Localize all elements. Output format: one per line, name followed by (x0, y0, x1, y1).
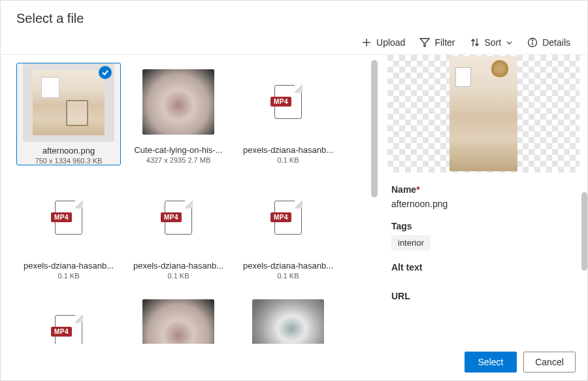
file-name: pexels-dziana-hasanb... (24, 261, 114, 271)
file-grid: afternoon.png750 x 1334 960.3 KBCute-cat… (16, 63, 374, 354)
toolbar: Upload Filter Sort Details (1, 33, 587, 54)
file-thumbnail (23, 63, 114, 142)
file-meta: 4327 x 2935 2.7 MB (146, 156, 210, 164)
dialog-footer: Select Cancel (1, 344, 587, 380)
sort-icon (470, 37, 480, 48)
file-thumbnail: MP4 (242, 63, 334, 141)
file-name: pexels-dziana-hasanb... (133, 261, 223, 271)
file-name: afternoon.png (42, 146, 95, 156)
filter-label: Filter (434, 37, 455, 48)
file-thumbnail (133, 63, 224, 141)
image-thumbnail (33, 70, 105, 135)
mp4-icon: MP4 (55, 201, 82, 235)
preview-image (449, 56, 517, 171)
name-label: Name* (391, 184, 574, 195)
select-button[interactable]: Select (465, 352, 517, 373)
file-meta: 0.1 KB (167, 272, 189, 280)
file-name: pexels-dziana-hasanb... (243, 261, 333, 271)
alttext-label: Alt text (391, 262, 574, 273)
mp4-badge: MP4 (51, 212, 72, 222)
file-thumbnail: MP4 (133, 178, 224, 257)
file-thumbnail: MP4 (23, 178, 114, 257)
required-asterisk: * (416, 184, 419, 195)
sort-label: Sort (485, 37, 502, 48)
file-meta: 0.1 KB (57, 272, 79, 280)
file-item[interactable]: MP4pexels-dziana-hasanb...0.1 KB (236, 63, 340, 165)
filter-button[interactable]: Filter (419, 37, 455, 48)
mp4-badge: MP4 (270, 212, 291, 222)
preview-area (387, 55, 580, 173)
dialog-body: afternoon.png750 x 1334 960.3 KBCute-cat… (1, 55, 587, 354)
mp4-badge: MP4 (161, 212, 182, 222)
dialog-header: Select a file (1, 1, 587, 33)
tags-label: Tags (391, 221, 574, 231)
svg-point-7 (532, 40, 533, 41)
mp4-icon: MP4 (274, 201, 302, 235)
details-label: Details (542, 37, 570, 48)
svg-marker-4 (420, 39, 429, 46)
close-button[interactable] (566, 10, 572, 27)
mp4-badge: MP4 (270, 97, 291, 107)
file-item[interactable]: afternoon.png750 x 1334 960.3 KB (16, 63, 121, 165)
panel-scrollbar[interactable] (581, 192, 587, 271)
file-meta: 0.1 KB (277, 272, 299, 280)
file-item[interactable]: MP4pexels-dziana-hasanb...0.1 KB (126, 178, 231, 280)
metadata-form: Name* afternoon.png Tags interior Alt te… (387, 173, 580, 305)
file-meta: 0.1 KB (277, 156, 299, 164)
mp4-icon: MP4 (165, 201, 192, 235)
file-item[interactable]: MP4pexels-dziana-hasanb...0.1 KB (236, 178, 340, 280)
file-item[interactable]: MP4pexels-dziana-hasanb...0.1 KB (16, 178, 121, 280)
image-thumbnail (142, 69, 214, 135)
selected-check-icon (99, 66, 112, 79)
details-panel: Name* afternoon.png Tags interior Alt te… (378, 55, 587, 354)
upload-label: Upload (376, 37, 405, 48)
file-name: Cute-cat-lying-on-his-... (134, 145, 222, 155)
filter-icon (419, 37, 430, 48)
file-meta: 750 x 1334 960.3 KB (35, 157, 103, 165)
dialog-title: Select a file (16, 11, 84, 26)
grid-scrollbar[interactable] (371, 60, 378, 197)
file-thumbnail: MP4 (242, 178, 334, 257)
cancel-button[interactable]: Cancel (523, 352, 576, 373)
tag-chip[interactable]: interior (391, 235, 431, 250)
file-item[interactable]: Cute-cat-lying-on-his-...4327 x 2935 2.7… (126, 63, 231, 165)
sort-button[interactable]: Sort (470, 37, 514, 48)
name-value[interactable]: afternoon.png (391, 199, 574, 209)
upload-button[interactable]: Upload (361, 37, 405, 48)
file-name: pexels-dziana-hasanb... (243, 145, 333, 155)
url-label: URL (391, 291, 574, 301)
mp4-badge: MP4 (51, 327, 72, 337)
mp4-icon: MP4 (274, 85, 302, 119)
file-grid-area: afternoon.png750 x 1334 960.3 KBCute-cat… (1, 55, 378, 354)
details-button[interactable]: Details (527, 37, 570, 48)
alttext-value[interactable] (391, 276, 574, 291)
plus-icon (361, 37, 372, 48)
info-icon (527, 37, 538, 48)
chevron-down-icon (506, 39, 513, 46)
